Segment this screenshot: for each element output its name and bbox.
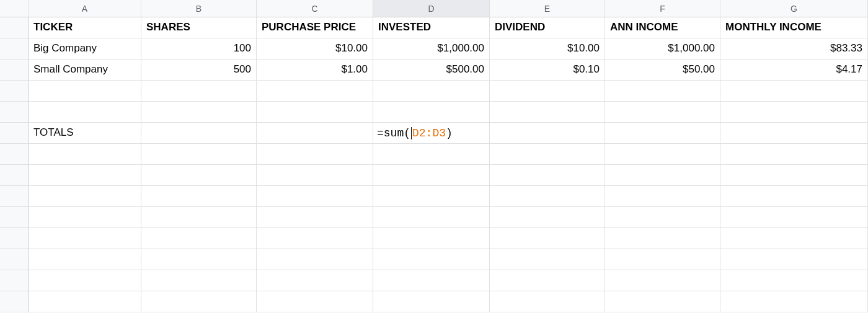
spreadsheet-grid[interactable]: ABCDEFGTICKERSHARESPURCHASE PRICEINVESTE… bbox=[0, 0, 868, 312]
empty-cell[interactable] bbox=[720, 186, 868, 207]
data-cell[interactable]: 500 bbox=[141, 60, 257, 81]
row-header[interactable] bbox=[0, 186, 29, 207]
empty-cell[interactable] bbox=[720, 81, 868, 102]
row-header[interactable] bbox=[0, 17, 29, 38]
data-cell[interactable]: 100 bbox=[141, 38, 257, 60]
empty-cell[interactable] bbox=[141, 207, 257, 228]
empty-cell[interactable] bbox=[720, 165, 868, 186]
data-cell[interactable]: $1,000.00 bbox=[605, 38, 720, 60]
empty-cell[interactable] bbox=[141, 186, 257, 207]
empty-cell[interactable] bbox=[373, 165, 490, 186]
empty-cell[interactable] bbox=[490, 186, 605, 207]
row-header[interactable] bbox=[0, 81, 29, 102]
empty-cell[interactable] bbox=[605, 102, 720, 123]
empty-cell[interactable] bbox=[605, 291, 720, 312]
empty-cell[interactable] bbox=[720, 270, 868, 291]
empty-cell[interactable] bbox=[490, 165, 605, 186]
empty-cell[interactable] bbox=[490, 81, 605, 102]
header-cell[interactable]: TICKER bbox=[29, 17, 141, 38]
column-header-D[interactable]: D bbox=[373, 0, 490, 17]
empty-cell[interactable] bbox=[490, 123, 605, 144]
empty-cell[interactable] bbox=[605, 186, 720, 207]
data-cell[interactable]: $10.00 bbox=[490, 38, 605, 60]
empty-cell[interactable] bbox=[257, 270, 373, 291]
empty-cell[interactable] bbox=[720, 291, 868, 312]
empty-cell[interactable] bbox=[490, 207, 605, 228]
empty-cell[interactable] bbox=[257, 81, 373, 102]
data-cell[interactable]: Small Company bbox=[29, 60, 141, 81]
empty-cell[interactable] bbox=[29, 291, 141, 312]
empty-cell[interactable] bbox=[720, 102, 868, 123]
empty-cell[interactable] bbox=[720, 207, 868, 228]
empty-cell[interactable] bbox=[141, 249, 257, 270]
active-cell-container[interactable]: =sum(D2:D3)SUM(D2:D3)$1,500.00SUM(value1… bbox=[373, 123, 490, 144]
totals-label-cell[interactable]: TOTALS bbox=[29, 123, 141, 144]
column-header-G[interactable]: G bbox=[720, 0, 868, 17]
empty-cell[interactable] bbox=[29, 270, 141, 291]
row-header[interactable] bbox=[0, 165, 29, 186]
empty-cell[interactable] bbox=[141, 228, 257, 249]
empty-cell[interactable] bbox=[373, 102, 490, 123]
empty-cell[interactable] bbox=[605, 81, 720, 102]
data-cell[interactable]: Big Company bbox=[29, 38, 141, 60]
empty-cell[interactable] bbox=[490, 291, 605, 312]
empty-cell[interactable] bbox=[605, 270, 720, 291]
empty-cell[interactable] bbox=[373, 81, 490, 102]
row-header[interactable] bbox=[0, 123, 29, 144]
empty-cell[interactable] bbox=[257, 228, 373, 249]
empty-cell[interactable] bbox=[141, 270, 257, 291]
empty-cell[interactable] bbox=[29, 144, 141, 165]
empty-cell[interactable] bbox=[257, 186, 373, 207]
column-header-A[interactable]: A bbox=[29, 0, 141, 17]
row-header[interactable] bbox=[0, 102, 29, 123]
empty-cell[interactable] bbox=[141, 165, 257, 186]
empty-cell[interactable] bbox=[373, 249, 490, 270]
empty-cell[interactable] bbox=[257, 165, 373, 186]
empty-cell[interactable] bbox=[29, 249, 141, 270]
header-cell[interactable]: ANN INCOME bbox=[605, 17, 720, 38]
column-header-B[interactable]: B bbox=[141, 0, 257, 17]
empty-cell[interactable] bbox=[141, 81, 257, 102]
empty-cell[interactable] bbox=[490, 270, 605, 291]
row-header[interactable] bbox=[0, 60, 29, 81]
row-header[interactable] bbox=[0, 144, 29, 165]
empty-cell[interactable] bbox=[605, 249, 720, 270]
empty-cell[interactable] bbox=[605, 144, 720, 165]
corner-cell[interactable] bbox=[0, 0, 29, 17]
row-header[interactable] bbox=[0, 38, 29, 60]
row-header[interactable] bbox=[0, 270, 29, 291]
empty-cell[interactable] bbox=[373, 186, 490, 207]
row-header[interactable] bbox=[0, 291, 29, 312]
empty-cell[interactable] bbox=[490, 102, 605, 123]
empty-cell[interactable] bbox=[141, 123, 257, 144]
empty-cell[interactable] bbox=[141, 144, 257, 165]
empty-cell[interactable] bbox=[29, 81, 141, 102]
column-header-F[interactable]: F bbox=[605, 0, 720, 17]
empty-cell[interactable] bbox=[29, 165, 141, 186]
row-header[interactable] bbox=[0, 249, 29, 270]
data-cell[interactable]: $50.00 bbox=[605, 60, 720, 81]
data-cell[interactable]: $0.10 bbox=[490, 60, 605, 81]
empty-cell[interactable] bbox=[720, 144, 868, 165]
formula-editor[interactable]: =sum(D2:D3) bbox=[373, 123, 490, 144]
header-cell[interactable]: MONTHLY INCOME bbox=[720, 17, 868, 38]
data-cell[interactable]: $4.17 bbox=[720, 60, 868, 81]
empty-cell[interactable] bbox=[720, 123, 868, 144]
empty-cell[interactable] bbox=[29, 102, 141, 123]
header-cell[interactable]: DIVIDEND bbox=[490, 17, 605, 38]
data-cell[interactable]: $500.00 bbox=[373, 60, 490, 81]
header-cell[interactable]: PURCHASE PRICE bbox=[257, 17, 373, 38]
empty-cell[interactable] bbox=[373, 270, 490, 291]
empty-cell[interactable] bbox=[257, 291, 373, 312]
empty-cell[interactable] bbox=[29, 228, 141, 249]
data-cell[interactable]: $83.33 bbox=[720, 38, 868, 60]
empty-cell[interactable] bbox=[257, 102, 373, 123]
empty-cell[interactable] bbox=[490, 228, 605, 249]
empty-cell[interactable] bbox=[29, 186, 141, 207]
empty-cell[interactable] bbox=[605, 207, 720, 228]
empty-cell[interactable] bbox=[720, 228, 868, 249]
header-cell[interactable]: SHARES bbox=[141, 17, 257, 38]
column-header-E[interactable]: E bbox=[490, 0, 605, 17]
row-header[interactable] bbox=[0, 207, 29, 228]
empty-cell[interactable] bbox=[373, 144, 490, 165]
